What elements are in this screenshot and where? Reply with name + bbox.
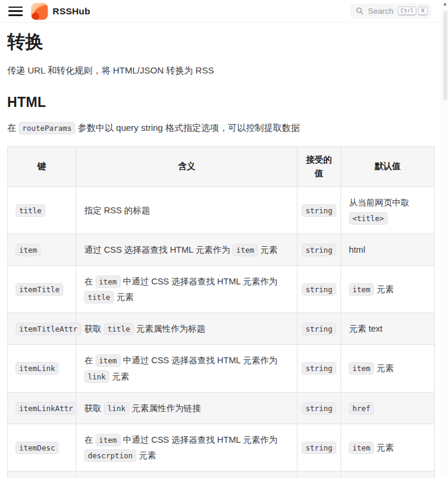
inline-code: string bbox=[302, 402, 336, 415]
inline-code: title bbox=[104, 323, 134, 335]
inline-code: string bbox=[302, 283, 336, 296]
inline-code: item bbox=[349, 442, 374, 454]
search-box[interactable]: Search Ctrl K bbox=[350, 4, 431, 19]
section-heading-html: HTML bbox=[7, 94, 434, 111]
cell-meaning: 获取 descrption 元素属性作为描述 bbox=[76, 471, 297, 478]
hamburger-icon bbox=[8, 10, 23, 12]
inline-code: itemLinkAttr bbox=[16, 402, 76, 415]
doc-content: 转换 传递 URL 和转化规则，将 HTML/JSON 转换为 RSS HTML… bbox=[0, 23, 448, 478]
inline-code: string bbox=[302, 204, 336, 217]
table-row: itemTitleAttr获取 title 元素属性作为标题string元素 t… bbox=[8, 313, 435, 345]
page-subtitle: 传递 URL 和转化规则，将 HTML/JSON 转换为 RSS bbox=[7, 65, 434, 76]
search-placeholder: Search bbox=[368, 7, 394, 16]
inline-code: item bbox=[349, 362, 374, 375]
inline-code: item bbox=[349, 283, 374, 296]
cell-meaning: 在 item 中通过 CSS 选择器查找 HTML 元素作为 descrptio… bbox=[76, 424, 297, 471]
table-row: itemLinkAttr获取 link 元素属性作为链接stringhref bbox=[8, 392, 435, 424]
cell-default-value: 元素 text bbox=[341, 313, 435, 345]
inline-code: link bbox=[84, 370, 109, 383]
cell-key: itemTitle bbox=[8, 266, 76, 313]
table-body: title指定 RSS 的标题string从当前网页中取 <title>item… bbox=[8, 186, 435, 478]
cell-accepted-value: string bbox=[297, 345, 341, 392]
cell-accepted-value: string bbox=[297, 471, 341, 478]
inline-code: descrption bbox=[84, 449, 136, 462]
scrollbar-thumb[interactable] bbox=[443, 11, 447, 100]
cell-key: itemDesc bbox=[8, 424, 76, 471]
table-row: title指定 RSS 的标题string从当前网页中取 <title> bbox=[8, 186, 435, 234]
cell-default-value: item 元素 bbox=[341, 345, 435, 392]
scrollbar[interactable]: ▲ bbox=[441, 0, 448, 478]
cell-default-value: 从当前网页中取 <title> bbox=[341, 186, 435, 234]
table-row: itemLink在 item 中通过 CSS 选择器查找 HTML 元素作为 l… bbox=[8, 345, 435, 392]
cell-accepted-value: string bbox=[297, 424, 341, 471]
hamburger-icon bbox=[8, 14, 23, 16]
inline-code: item bbox=[96, 434, 121, 446]
inline-code: <title> bbox=[349, 212, 388, 225]
kbd-k: K bbox=[418, 7, 427, 16]
inline-code: item bbox=[96, 354, 121, 367]
brand-home-link[interactable]: RSSHub bbox=[31, 3, 90, 20]
cell-default-value: 元素 html bbox=[341, 471, 435, 478]
inline-code: item bbox=[232, 244, 257, 256]
inline-code: title bbox=[84, 291, 114, 304]
cell-default-value: item 元素 bbox=[341, 266, 435, 313]
inline-code: itemDesc bbox=[16, 442, 59, 454]
cell-accepted-value: string bbox=[297, 186, 341, 234]
cell-default-value: href bbox=[341, 392, 435, 424]
page-title: 转换 bbox=[7, 30, 434, 54]
kbd-ctrl: Ctrl bbox=[398, 7, 417, 16]
inline-code: href bbox=[349, 402, 374, 415]
cell-key: itemDescAttr bbox=[8, 471, 76, 478]
inline-code: itemLink bbox=[16, 362, 59, 375]
inline-code: routeParams bbox=[19, 122, 75, 134]
cell-default-value: html bbox=[341, 234, 435, 266]
cell-meaning: 在 item 中通过 CSS 选择器查找 HTML 元素作为 link 元素 bbox=[76, 345, 297, 392]
cell-accepted-value: string bbox=[297, 392, 341, 424]
inline-code: title bbox=[16, 204, 45, 217]
inline-code: itemTitle bbox=[16, 283, 63, 296]
menu-button[interactable] bbox=[8, 7, 23, 16]
search-shortcut: Ctrl K bbox=[398, 7, 428, 16]
table-row: itemDesc在 item 中通过 CSS 选择器查找 HTML 元素作为 d… bbox=[8, 424, 435, 471]
inline-code: itemTitleAttr bbox=[16, 323, 81, 335]
rsshub-logo-icon bbox=[31, 3, 48, 20]
column-header: 键 bbox=[8, 146, 76, 186]
cell-default-value: item 元素 bbox=[341, 424, 435, 471]
cell-meaning: 在 item 中通过 CSS 选择器查找 HTML 元素作为 title 元素 bbox=[76, 266, 297, 313]
cell-key: itemLinkAttr bbox=[8, 392, 76, 424]
cell-meaning: 获取 link 元素属性作为链接 bbox=[76, 392, 297, 424]
inline-code: string bbox=[302, 362, 336, 375]
hamburger-icon bbox=[8, 7, 23, 8]
inline-code: string bbox=[302, 323, 336, 335]
inline-code: item bbox=[16, 244, 41, 256]
table-header: 键含义接受的值默认值 bbox=[8, 146, 435, 186]
cell-meaning: 获取 title 元素属性作为标题 bbox=[76, 313, 297, 345]
cell-key: title bbox=[8, 186, 76, 234]
intro-paragraph: 在 routeParams 参数中以 query string 格式指定选项，可… bbox=[7, 120, 434, 136]
table-row: itemDescAttr获取 descrption 元素属性作为描述string… bbox=[8, 471, 435, 478]
top-nav: RSSHub Search Ctrl K bbox=[0, 0, 448, 23]
inline-code: item bbox=[96, 275, 121, 288]
brand-name: RSSHub bbox=[53, 6, 90, 17]
cell-meaning: 通过 CSS 选择器查找 HTML 元素作为 item 元素 bbox=[76, 234, 297, 266]
column-header: 接受的值 bbox=[297, 146, 341, 186]
cell-accepted-value: string bbox=[297, 266, 341, 313]
cell-meaning: 指定 RSS 的标题 bbox=[76, 186, 297, 234]
inline-code: string bbox=[302, 442, 336, 454]
table-row: item通过 CSS 选择器查找 HTML 元素作为 item 元素string… bbox=[8, 234, 435, 266]
params-table: 键含义接受的值默认值 title指定 RSS 的标题string从当前网页中取 … bbox=[7, 146, 435, 478]
column-header: 含义 bbox=[76, 146, 297, 186]
cell-key: item bbox=[8, 234, 76, 266]
cell-key: itemLink bbox=[8, 345, 76, 392]
cell-key: itemTitleAttr bbox=[8, 313, 76, 345]
table-row: itemTitle在 item 中通过 CSS 选择器查找 HTML 元素作为 … bbox=[8, 266, 435, 313]
cell-accepted-value: string bbox=[297, 313, 341, 345]
column-header: 默认值 bbox=[341, 146, 435, 186]
inline-code: string bbox=[302, 244, 336, 256]
cell-accepted-value: string bbox=[297, 234, 341, 266]
scroll-up-arrow-icon[interactable]: ▲ bbox=[443, 2, 447, 7]
search-icon bbox=[355, 7, 364, 15]
inline-code: link bbox=[104, 402, 129, 415]
